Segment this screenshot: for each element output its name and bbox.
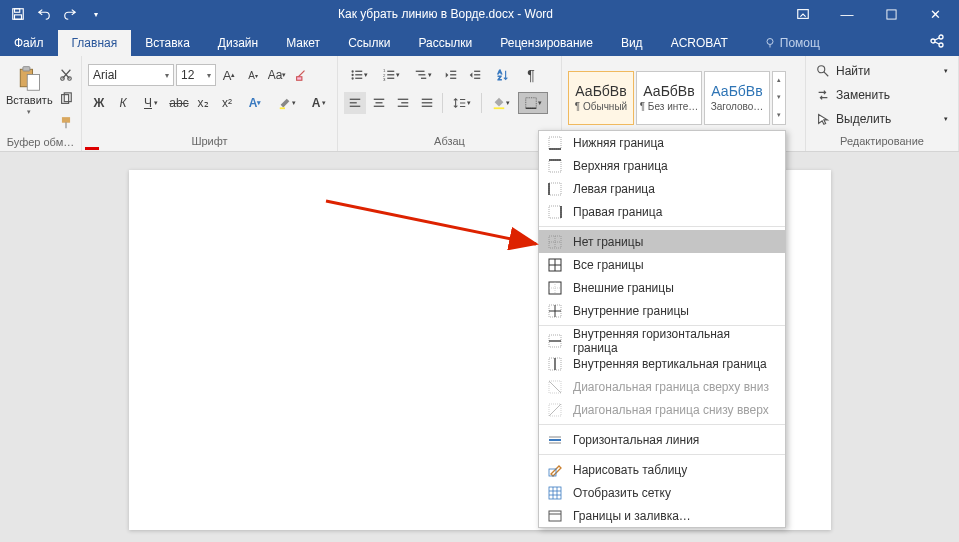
maximize-icon[interactable] xyxy=(871,0,911,28)
view-gridlines-item[interactable]: Отобразить сетку xyxy=(539,481,785,504)
highlight-icon[interactable]: ▾ xyxy=(272,92,302,114)
close-icon[interactable]: ✕ xyxy=(915,0,955,28)
bold-button[interactable]: Ж xyxy=(88,92,110,114)
tab-acrobat[interactable]: ACROBAT xyxy=(657,30,742,56)
align-left-icon[interactable] xyxy=(344,92,366,114)
style-no-spacing[interactable]: АаБбВв ¶ Без инте… xyxy=(636,71,702,125)
clear-format-icon[interactable] xyxy=(290,64,312,86)
svg-rect-60 xyxy=(549,206,561,218)
qat-customize-icon[interactable]: ▾ xyxy=(84,2,108,26)
svg-rect-53 xyxy=(422,106,433,107)
strikethrough-button[interactable]: abc xyxy=(168,92,190,114)
minimize-icon[interactable]: — xyxy=(827,0,867,28)
svg-text:3: 3 xyxy=(383,77,386,82)
sort-icon[interactable]: AZ xyxy=(488,64,518,86)
group-editing: Найти▾ Заменить Выделить▾ Редактирование xyxy=(806,56,959,151)
horizontal-line-item[interactable]: Горизонтальная линия xyxy=(539,428,785,451)
border-inside-item[interactable]: Внутренние границы xyxy=(539,299,785,322)
svg-rect-30 xyxy=(387,78,394,79)
svg-rect-51 xyxy=(422,99,433,100)
border-top-icon xyxy=(547,158,563,174)
italic-button[interactable]: К xyxy=(112,92,134,114)
tab-design[interactable]: Дизайн xyxy=(204,30,272,56)
tab-file[interactable]: Файл xyxy=(0,30,58,56)
change-case-icon[interactable]: Aa▾ xyxy=(266,64,288,86)
ribbon-options-icon[interactable] xyxy=(783,0,823,28)
tab-insert[interactable]: Вставка xyxy=(131,30,204,56)
font-size-combo[interactable]: 12▾ xyxy=(176,64,216,86)
svg-rect-35 xyxy=(450,74,456,75)
svg-rect-17 xyxy=(297,77,302,81)
gridlines-icon xyxy=(547,485,563,501)
styles-more-button[interactable]: ▴▾▾ xyxy=(772,71,786,125)
style-normal[interactable]: АаБбВв ¶ Обычный xyxy=(568,71,634,125)
shrink-font-icon[interactable]: A▾ xyxy=(242,64,264,86)
border-inside-h-icon xyxy=(547,333,563,349)
border-bottom-item[interactable]: Нижняя граница xyxy=(539,131,785,154)
line-spacing-icon[interactable]: ▾ xyxy=(447,92,477,114)
undo-icon[interactable] xyxy=(32,2,56,26)
border-right-item[interactable]: Правая граница xyxy=(539,200,785,223)
tab-home[interactable]: Главная xyxy=(58,30,132,56)
align-center-icon[interactable] xyxy=(368,92,390,114)
border-all-item[interactable]: Все границы xyxy=(539,253,785,276)
justify-icon[interactable] xyxy=(416,92,438,114)
svg-text:Z: Z xyxy=(498,74,502,81)
border-inside-v-item[interactable]: Внутренняя вертикальная граница xyxy=(539,352,785,375)
font-color-icon[interactable]: A▾ xyxy=(304,92,334,114)
tab-layout[interactable]: Макет xyxy=(272,30,334,56)
show-marks-icon[interactable]: ¶ xyxy=(520,64,542,86)
border-left-item[interactable]: Левая граница xyxy=(539,177,785,200)
svg-rect-4 xyxy=(886,9,895,18)
redo-icon[interactable] xyxy=(58,2,82,26)
borders-dialog-icon xyxy=(547,508,563,524)
border-inside-h-item[interactable]: Внутренняя горизонтальная граница xyxy=(539,329,785,352)
decrease-indent-icon[interactable] xyxy=(440,64,462,86)
border-bottom-icon xyxy=(547,135,563,151)
numbering-icon[interactable]: 123▾ xyxy=(376,64,406,86)
share-button[interactable] xyxy=(915,29,959,56)
document-workspace xyxy=(0,152,959,542)
style-heading1[interactable]: АаБбВв Заголово… xyxy=(704,71,770,125)
svg-point-56 xyxy=(818,66,825,73)
increase-indent-icon[interactable] xyxy=(464,64,486,86)
svg-rect-43 xyxy=(350,102,357,103)
format-painter-icon[interactable] xyxy=(55,112,77,134)
multilevel-list-icon[interactable]: ▾ xyxy=(408,64,438,86)
cut-icon[interactable] xyxy=(55,64,77,86)
paste-button[interactable]: Вставить ▾ xyxy=(6,60,53,116)
align-right-icon[interactable] xyxy=(392,92,414,114)
bullets-icon[interactable]: ▾ xyxy=(344,64,374,86)
select-button[interactable]: Выделить▾ xyxy=(812,108,952,130)
tell-me-input[interactable]: Помощ xyxy=(750,30,834,56)
border-outside-item[interactable]: Внешние границы xyxy=(539,276,785,299)
save-icon[interactable] xyxy=(6,2,30,26)
subscript-button[interactable]: x₂ xyxy=(192,92,214,114)
superscript-button[interactable]: x² xyxy=(216,92,238,114)
find-button[interactable]: Найти▾ xyxy=(812,60,952,82)
border-diag-down-icon xyxy=(547,379,563,395)
underline-button[interactable]: Ч▾ xyxy=(136,92,166,114)
font-name-combo[interactable]: Arial▾ xyxy=(88,64,174,86)
svg-point-21 xyxy=(351,74,353,76)
tab-references[interactable]: Ссылки xyxy=(334,30,404,56)
shading-icon[interactable]: ▾ xyxy=(486,92,516,114)
tab-review[interactable]: Рецензирование xyxy=(486,30,607,56)
tab-view[interactable]: Вид xyxy=(607,30,657,56)
border-top-item[interactable]: Верхняя граница xyxy=(539,154,785,177)
borders-button[interactable]: ▾ xyxy=(518,92,548,114)
copy-icon[interactable] xyxy=(55,88,77,110)
svg-rect-26 xyxy=(387,71,394,72)
svg-rect-47 xyxy=(374,106,385,107)
tab-mailings[interactable]: Рассылки xyxy=(404,30,486,56)
text-effects-icon[interactable]: A▾ xyxy=(240,92,270,114)
svg-rect-10 xyxy=(23,67,30,71)
draw-table-item[interactable]: Нарисовать таблицу xyxy=(539,458,785,481)
replace-button[interactable]: Заменить xyxy=(812,84,952,106)
group-label-font: Шрифт xyxy=(88,133,331,151)
horizontal-line-icon xyxy=(547,432,563,448)
border-outside-icon xyxy=(547,280,563,296)
grow-font-icon[interactable]: A▴ xyxy=(218,64,240,86)
border-none-item[interactable]: Нет границы xyxy=(539,230,785,253)
borders-shading-dialog-item[interactable]: Границы и заливка… xyxy=(539,504,785,527)
